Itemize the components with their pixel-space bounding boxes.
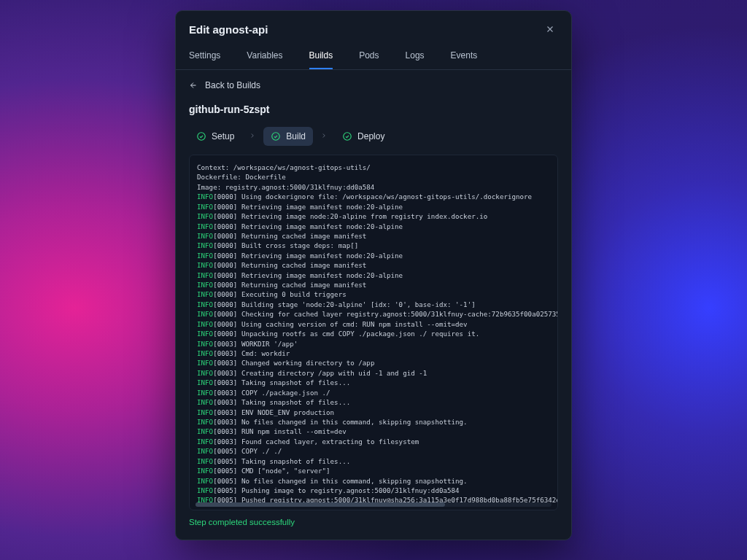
log-line: INFO[0000] Returning cached image manife…: [197, 260, 550, 270]
svg-point-0: [198, 133, 206, 141]
tab-settings[interactable]: Settings: [189, 44, 220, 69]
step-status: Step completed successfully: [189, 518, 558, 526]
log-line: INFO[0005] COPY ./ ./: [197, 446, 550, 456]
panel-title: Edit agnost-api: [189, 23, 268, 36]
log-line: INFO[0005] Pushing image to registry.agn…: [197, 486, 550, 495]
log-line: INFO[0000] Executing 0 build triggers: [197, 289, 550, 299]
log-line: INFO[0000] Retrieving image node:20-alpi…: [197, 211, 550, 221]
step-label: Build: [286, 131, 306, 141]
log-line: INFO[0000] Retrieving image manifest nod…: [197, 271, 550, 280]
svg-point-1: [272, 133, 280, 141]
chevron-right-icon: [320, 132, 328, 141]
tab-events[interactable]: Events: [451, 44, 478, 69]
log-line: INFO[0000] Built cross stage deps: map[]: [197, 241, 550, 250]
edit-resource-panel: Edit agnost-api SettingsVariablesBuildsP…: [175, 10, 572, 540]
scrollbar-thumb[interactable]: [196, 502, 445, 507]
log-line: INFO[0000] Retrieving image manifest nod…: [197, 222, 550, 231]
close-button[interactable]: [542, 21, 558, 37]
check-circle-icon: [342, 131, 352, 141]
log-horizontal-scrollbar[interactable]: [196, 502, 551, 507]
log-line: INFO[0005] Taking snapshot of files...: [197, 456, 550, 466]
step-deploy[interactable]: Deploy: [335, 127, 392, 146]
tab-variables[interactable]: Variables: [247, 44, 282, 69]
log-line: INFO[0005] No files changed in this comm…: [197, 476, 550, 486]
check-circle-icon: [271, 131, 281, 141]
log-line: INFO[0005] CMD ["node", "server"]: [197, 466, 550, 475]
log-line: Context: /workspace/ws/agnost-gitops-uti…: [197, 163, 550, 172]
log-line: INFO[0003] Taking snapshot of files...: [197, 378, 550, 387]
panel-header: Edit agnost-api: [176, 11, 571, 44]
build-log[interactable]: Context: /workspace/ws/agnost-gitops-uti…: [189, 155, 558, 510]
tab-pods[interactable]: Pods: [359, 44, 379, 69]
log-line: INFO[0003] Changed working directory to …: [197, 358, 550, 368]
chevron-right-icon: [249, 132, 256, 141]
log-line: Image: registry.agnost:5000/31klfnuy:dd0…: [197, 182, 550, 192]
svg-point-2: [344, 133, 352, 141]
log-line: INFO[0000] Returning cached image manife…: [197, 231, 550, 241]
log-line: INFO[0003] ENV NODE_ENV production: [197, 408, 550, 417]
step-label: Setup: [212, 131, 234, 141]
log-line: INFO[0003] RUN npm install --omit=dev: [197, 427, 550, 436]
log-line: INFO[0000] Retrieving image manifest nod…: [197, 251, 550, 260]
log-line: INFO[0003] WORKDIR '/app': [197, 339, 550, 349]
log-line: Dockerfile: Dockerfile: [197, 172, 550, 182]
log-line: INFO[0000] Building stage 'node:20-alpin…: [197, 300, 550, 309]
step-build[interactable]: Build: [263, 127, 313, 146]
log-line: INFO[0003] No files changed in this comm…: [197, 417, 550, 427]
log-line: INFO[0003] Taking snapshot of files...: [197, 397, 550, 407]
log-line: INFO[0000] Returning cached image manife…: [197, 280, 550, 289]
step-setup[interactable]: Setup: [189, 127, 241, 146]
log-line: INFO[0003] Cmd: workdir: [197, 349, 550, 358]
build-steps: SetupBuildDeploy: [189, 127, 558, 146]
log-line: INFO[0000] Unpacking rootfs as cmd COPY …: [197, 329, 550, 338]
arrow-left-icon: [189, 81, 198, 90]
check-circle-icon: [196, 131, 206, 141]
tab-bar: SettingsVariablesBuildsPodsLogsEvents: [176, 44, 571, 70]
log-line: INFO[0003] COPY ./package.json ./: [197, 388, 550, 397]
log-line: INFO[0003] Found cached layer, extractin…: [197, 437, 550, 446]
tab-builds[interactable]: Builds: [309, 44, 333, 69]
close-icon: [545, 24, 555, 34]
run-title: github-run-5zspt: [189, 104, 558, 115]
panel-body: Back to Builds github-run-5zspt SetupBui…: [176, 70, 571, 540]
back-label: Back to Builds: [205, 80, 260, 90]
step-label: Deploy: [357, 131, 384, 141]
back-to-builds-link[interactable]: Back to Builds: [189, 80, 558, 90]
tab-logs[interactable]: Logs: [406, 44, 425, 69]
log-line: INFO[0000] Using dockerignore file: /wor…: [197, 192, 550, 201]
log-line: INFO[0000] Retrieving image manifest nod…: [197, 202, 550, 211]
log-line: INFO[0000] Using caching version of cmd:…: [197, 319, 550, 329]
log-line: INFO[0003] Creating directory /app with …: [197, 368, 550, 378]
log-line: INFO[0000] Checking for cached layer reg…: [197, 309, 550, 319]
